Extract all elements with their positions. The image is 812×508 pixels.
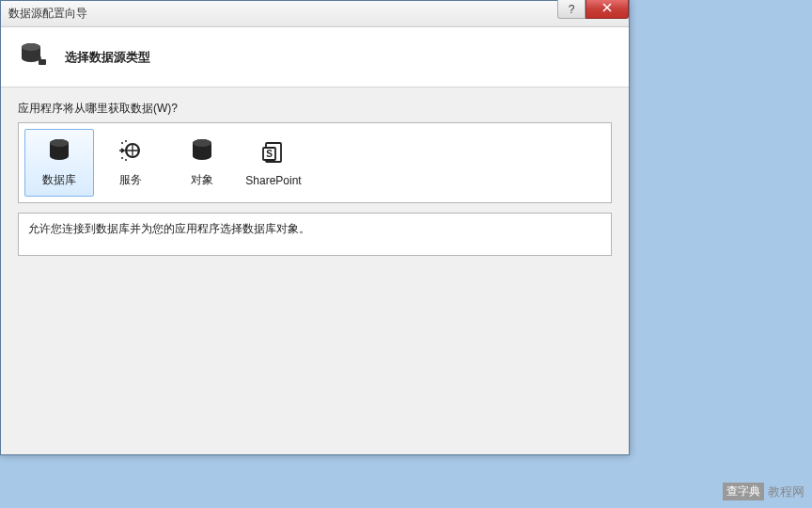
svg-point-11 (193, 139, 211, 147)
watermark: 查字典 教程网 (723, 483, 804, 500)
description-box: 允许您连接到数据库并为您的应用程序选择数据库对象。 (18, 213, 612, 256)
object-icon (189, 137, 215, 167)
database-icon (46, 137, 72, 167)
description-text: 允许您连接到数据库并为您的应用程序选择数据库对象。 (28, 222, 310, 235)
option-service[interactable]: 服务 (96, 129, 165, 197)
wizard-dialog: 数据源配置向导 ? 选择数据源类型 应用程序将从哪里获取数据(W)? (0, 0, 630, 455)
option-sharepoint[interactable]: S SharePoint (239, 129, 308, 197)
close-icon (601, 2, 613, 16)
svg-point-8 (121, 157, 123, 159)
datasource-options: 数据库 服务 (18, 122, 612, 203)
option-label: 数据库 (42, 172, 76, 188)
sharepoint-icon: S (260, 139, 287, 168)
option-object[interactable]: 对象 (167, 129, 237, 197)
watermark-suffix: 教程网 (768, 484, 804, 500)
svg-point-7 (125, 140, 127, 142)
close-button[interactable] (586, 0, 629, 19)
help-button[interactable]: ? (557, 0, 586, 19)
help-icon: ? (569, 3, 575, 16)
wizard-header-title: 选择数据源类型 (65, 49, 150, 66)
svg-point-1 (22, 43, 40, 51)
service-icon (117, 137, 144, 167)
option-label: 服务 (119, 172, 142, 188)
titlebar-buttons: ? (557, 0, 629, 19)
titlebar: 数据源配置向导 ? (1, 1, 629, 27)
svg-point-9 (125, 159, 127, 161)
option-label: SharePoint (245, 174, 301, 187)
option-database[interactable]: 数据库 (24, 129, 94, 197)
prompt-label: 应用程序将从哪里获取数据(W)? (18, 101, 612, 117)
dialog-title: 数据源配置向导 (8, 6, 87, 22)
svg-rect-2 (39, 59, 46, 65)
database-wizard-icon (18, 40, 48, 73)
watermark-brand: 查字典 (723, 483, 764, 500)
wizard-content: 应用程序将从哪里获取数据(W)? 数据库 (1, 87, 629, 454)
svg-text:S: S (266, 149, 273, 159)
svg-point-6 (121, 142, 123, 144)
wizard-header: 选择数据源类型 (1, 27, 629, 87)
option-label: 对象 (191, 172, 213, 188)
svg-point-4 (50, 139, 69, 147)
